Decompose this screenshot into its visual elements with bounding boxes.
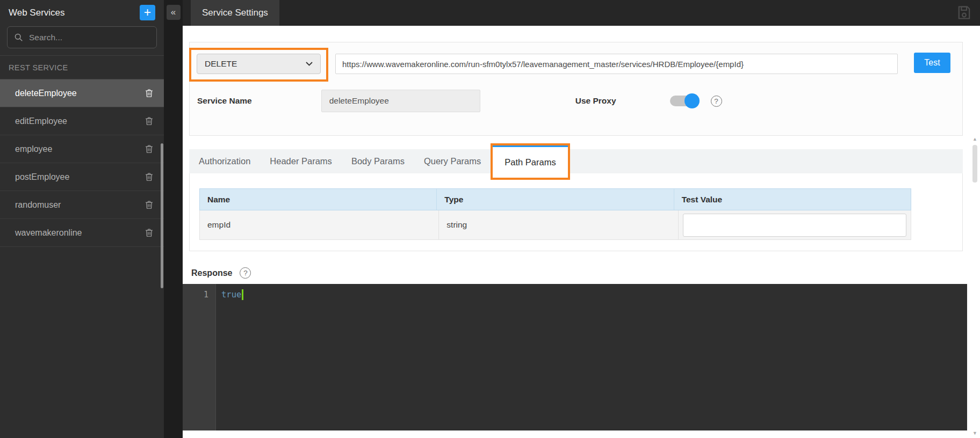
use-proxy-label: Use Proxy [575, 96, 616, 106]
panel-collapse-strip: « [164, 0, 183, 438]
service-name-input[interactable] [321, 90, 480, 112]
boolean-token: true [221, 290, 241, 300]
tab-service-settings[interactable]: Service Settings [191, 0, 279, 26]
delete-service-icon[interactable] [144, 87, 154, 99]
service-name-text: randomuser [15, 200, 61, 210]
search-box [7, 26, 157, 48]
top-bar: Service Settings [164, 0, 980, 26]
sidebar-item-deleteEmployee[interactable]: deleteEmployee [0, 79, 164, 107]
tab-query-params[interactable]: Query Params [414, 149, 491, 173]
response-help-icon[interactable]: ? [240, 267, 251, 279]
sidebar-item-employee[interactable]: employee [0, 135, 164, 163]
sidebar-item-randomuser[interactable]: randomuser [0, 191, 164, 219]
code-line: true [221, 288, 967, 302]
scrollbar-down-arrow[interactable]: ▼ [971, 429, 979, 437]
column-header-name: Name [200, 189, 437, 210]
text-caret [242, 289, 243, 300]
rest-service-section-label: REST SERVICE [0, 56, 164, 79]
annotation-method-select: DELETE [189, 48, 328, 82]
service-name-row: Service Name Use Proxy ? [190, 90, 962, 112]
service-settings-tab-label: Service Settings [202, 8, 268, 18]
response-label: Response [191, 268, 232, 278]
use-proxy-toggle[interactable] [670, 94, 699, 107]
sidebar-item-editEmployee[interactable]: editEmployee [0, 107, 164, 135]
request-url-input[interactable] [335, 54, 898, 74]
tab-header-params[interactable]: Header Params [260, 149, 342, 173]
web-services-sidebar: Web Services + REST SERVICE deleteEmploy… [0, 0, 164, 438]
service-name-text: wavemakeronline [15, 228, 82, 238]
tab-authorization[interactable]: Authorization [189, 149, 260, 173]
path-params-panel: NameTypeTest Value empIdstring [189, 173, 963, 251]
chevron-down-icon [306, 62, 313, 66]
service-name-label: Service Name [197, 96, 252, 106]
sidebar-item-wavemakeronline[interactable]: wavemakeronline [0, 219, 164, 247]
request-settings-card: DELETE Test Service Name Use Proxy [189, 42, 963, 136]
sidebar-scrollbar-thumb[interactable] [161, 143, 163, 288]
delete-service-icon[interactable] [144, 171, 154, 182]
main-scrollbar: ▲ ▼ [971, 135, 979, 438]
tab-path-params[interactable]: Path Params [493, 145, 567, 178]
service-name-text: employee [15, 144, 52, 154]
delete-service-icon[interactable] [144, 227, 154, 238]
search-icon [14, 33, 23, 42]
param-type-cell: string [439, 210, 678, 239]
params-table: NameTypeTest Value empIdstring [199, 188, 911, 240]
table-row: empIdstring [199, 210, 911, 240]
annotation-path-params-tab: Path Params [491, 143, 570, 180]
service-settings-content: DELETE Test Service Name Use Proxy [189, 26, 963, 430]
line-number: 1 [183, 288, 215, 302]
delete-service-icon[interactable] [144, 199, 154, 210]
delete-service-icon[interactable] [144, 115, 154, 127]
search-input[interactable] [28, 32, 150, 43]
service-name-text: postEmployee [15, 172, 69, 182]
add-service-button[interactable]: + [140, 5, 155, 20]
delete-service-icon[interactable] [144, 143, 154, 155]
save-icon[interactable] [956, 4, 972, 21]
param-test-value-cell [679, 210, 911, 239]
collapse-sidebar-icon[interactable]: « [167, 5, 181, 20]
test-button[interactable]: Test [914, 53, 950, 73]
service-name-text: deleteEmployee [15, 89, 77, 98]
editor-code-area: true [216, 284, 967, 430]
response-code-editor[interactable]: 1 true [183, 284, 967, 430]
tab-body-params[interactable]: Body Params [342, 149, 414, 173]
test-value-input[interactable] [683, 214, 906, 237]
param-name-cell: empId [200, 210, 439, 239]
scrollbar-up-arrow[interactable]: ▲ [971, 135, 979, 143]
params-table-header: NameTypeTest Value [199, 188, 911, 210]
column-header-type: Type [437, 189, 674, 210]
method-select-value: DELETE [205, 59, 237, 69]
scrollbar-thumb[interactable] [972, 145, 977, 182]
params-tabbar: AuthorizationHeader ParamsBody ParamsQue… [189, 149, 963, 173]
editor-gutter: 1 [183, 284, 216, 430]
sidebar-title: Web Services [9, 8, 65, 18]
service-name-text: editEmployee [15, 116, 67, 126]
request-row: DELETE Test [190, 48, 962, 82]
service-list: deleteEmployeeeditEmployeeemployeepostEm… [0, 79, 164, 247]
response-row: Response ? [189, 267, 963, 279]
sidebar-item-postEmployee[interactable]: postEmployee [0, 163, 164, 191]
main-panel: DELETE Test Service Name Use Proxy [183, 26, 980, 438]
column-header-test-value: Test Value [674, 189, 911, 210]
sidebar-header: Web Services + [0, 0, 164, 20]
toggle-thumb [684, 93, 700, 108]
use-proxy-help-icon[interactable]: ? [711, 96, 722, 107]
params-table-body: empIdstring [199, 210, 911, 240]
method-select[interactable]: DELETE [197, 54, 321, 74]
